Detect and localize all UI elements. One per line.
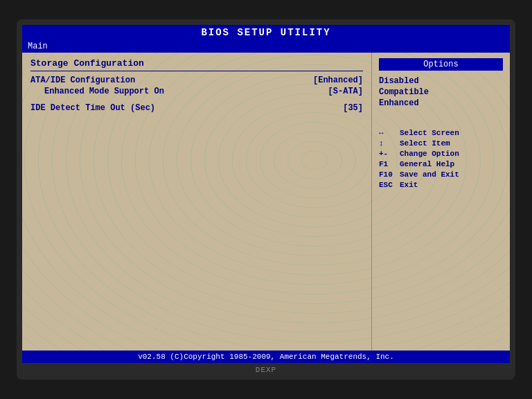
bios-screen: BIOS SETUP UTILITY Main Storage Configur… xyxy=(22,25,510,363)
keybind-change-option: +- Change Option xyxy=(379,150,503,158)
keybind-key-updown: ↕ xyxy=(379,139,400,148)
keybind-action-select-screen: Select Screen xyxy=(400,129,459,137)
option-disabled: Disabled xyxy=(379,76,503,86)
section-title: Storage Configuration xyxy=(30,58,363,71)
keybind-action-esc: Exit xyxy=(400,181,418,189)
config-value-ide: [35] xyxy=(343,103,363,113)
title-bar: BIOS SETUP UTILITY xyxy=(22,25,510,40)
right-panel: Options Disabled Compatible Enhanced ↔ xyxy=(371,53,510,351)
keybind-action-select-item: Select Item xyxy=(400,139,450,148)
config-row-ata: ATA/IDE Configuration [Enhanced] xyxy=(30,76,363,85)
keybind-select-screen: ↔ Select Screen xyxy=(379,129,503,137)
keybind-key-arrows: ↔ xyxy=(379,129,400,137)
main-content: Storage Configuration ATA/IDE Configurat… xyxy=(22,53,510,351)
option-enhanced: Enhanced xyxy=(379,98,503,108)
option-compatible: Compatible xyxy=(379,87,503,97)
config-row-ide: IDE Detect Time Out (Sec) [35] xyxy=(30,103,363,113)
keybind-select-item: ↕ Select Item xyxy=(379,139,503,148)
keybind-f10: F10 Save and Exit xyxy=(379,170,503,179)
keybind-action-f1: General Help xyxy=(400,160,454,168)
config-item-ide: IDE Detect Time Out (Sec) [35] xyxy=(30,103,363,113)
options-list: Disabled Compatible Enhanced xyxy=(379,76,503,108)
keybind-action-f10: Save and Exit xyxy=(400,170,459,179)
monitor-bezel: BIOS SETUP UTILITY Main Storage Configur… xyxy=(17,19,515,380)
config-item-ata: ATA/IDE Configuration [Enhanced] Enhance… xyxy=(30,76,363,96)
config-value-ata-sub: [S-ATA] xyxy=(328,87,363,96)
nav-main-label: Main xyxy=(28,42,48,51)
left-panel: Storage Configuration ATA/IDE Configurat… xyxy=(22,53,371,351)
options-title: Options xyxy=(379,58,503,71)
keybind-key-plusminus: +- xyxy=(379,150,400,158)
config-label-ata-sub: Enhanced Mode Support On xyxy=(30,87,164,96)
config-label-ide: IDE Detect Time Out (Sec) xyxy=(30,103,155,113)
status-bar: v02.58 (C)Copyright 1985-2009, American … xyxy=(22,351,510,363)
status-bar-text: v02.58 (C)Copyright 1985-2009, American … xyxy=(138,353,394,361)
keybind-key-f1: F1 xyxy=(379,160,400,168)
keybind-esc: ESC Exit xyxy=(379,181,503,189)
keybind-f1: F1 General Help xyxy=(379,160,503,168)
keybind-key-f10: F10 xyxy=(379,170,400,179)
config-value-ata: [Enhanced] xyxy=(313,76,363,85)
keybind-action-change: Change Option xyxy=(400,150,459,158)
nav-bar: Main xyxy=(22,40,510,53)
config-label-ata: ATA/IDE Configuration xyxy=(30,76,135,85)
keybinds: ↔ Select Screen ↕ Select Item +- Change … xyxy=(379,129,503,189)
monitor-brand: DEXP xyxy=(22,366,510,374)
config-row-ata-sub: Enhanced Mode Support On [S-ATA] xyxy=(30,87,363,96)
keybind-key-esc: ESC xyxy=(379,181,400,189)
bios-title: BIOS SETUP UTILITY xyxy=(201,27,330,38)
